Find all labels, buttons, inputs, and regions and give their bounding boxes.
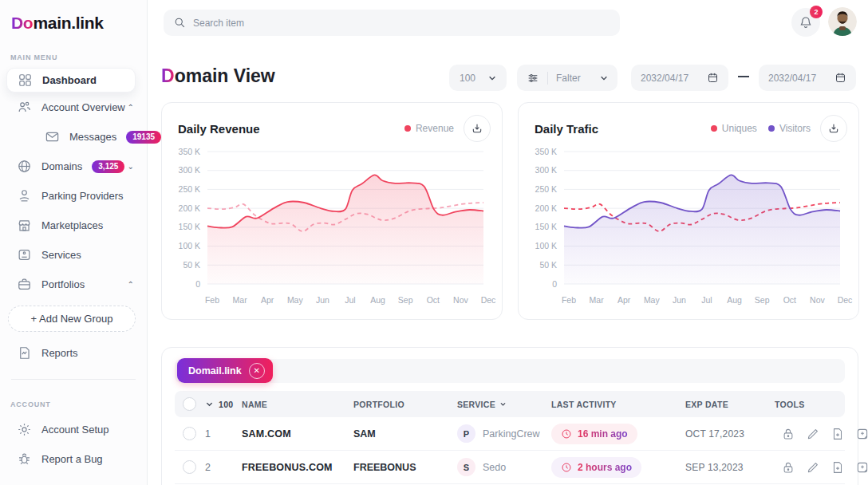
- sidebar-item-dashboard[interactable]: Dashboard: [6, 68, 136, 93]
- search-icon: [174, 17, 186, 29]
- svg-text:May: May: [287, 295, 304, 305]
- sidebar-item-label: Marketplaces: [41, 219, 103, 231]
- row-number: 2: [205, 462, 242, 473]
- sidebar-item-portfolios[interactable]: Portfolios ⌃: [0, 270, 147, 299]
- table-count-value: 100: [219, 400, 233, 409]
- download-icon: [827, 122, 840, 135]
- svg-text:May: May: [644, 295, 661, 305]
- close-icon[interactable]: ✕: [249, 363, 265, 379]
- topbar: 2: [148, 0, 868, 45]
- avatar[interactable]: [828, 7, 857, 36]
- report-icon: [17, 345, 32, 361]
- edit-tool-button[interactable]: [806, 427, 820, 441]
- svg-text:Dec: Dec: [838, 295, 853, 305]
- filter-chip-domail-link[interactable]: Domail.link ✕: [177, 358, 273, 383]
- row-checkbox[interactable]: [183, 427, 196, 440]
- legend-item-visitors: Visitors: [768, 123, 811, 134]
- filter-button[interactable]: Falter: [517, 65, 617, 91]
- clock-icon: [561, 462, 572, 473]
- svg-text:150 K: 150 K: [179, 222, 200, 231]
- filter-chips-bar: Domail.link ✕: [175, 359, 845, 383]
- download-button[interactable]: [820, 115, 847, 142]
- avatar-image: [828, 7, 857, 36]
- service-initial-badge: S: [457, 458, 475, 476]
- chevron-down-icon[interactable]: ⌄: [128, 162, 134, 171]
- add-new-group-button[interactable]: + Add New Group: [8, 306, 136, 332]
- portfolio-cell: FREEBONUS: [353, 462, 457, 473]
- export-note-tool-button[interactable]: [855, 460, 868, 475]
- column-header-name[interactable]: NAME: [242, 400, 353, 409]
- sidebar-item-label: Report a Bug: [41, 453, 103, 465]
- sidebar-item-marketplaces[interactable]: Marketplaces: [0, 211, 147, 240]
- svg-text:Apr: Apr: [261, 295, 274, 305]
- export-note-tool-button[interactable]: [855, 427, 868, 441]
- search-bar[interactable]: [164, 10, 620, 36]
- date-to-input[interactable]: 2032/04/17: [759, 65, 856, 91]
- chart-legend: Revenue: [404, 123, 454, 134]
- sidebar-item-account-setup[interactable]: Account Setup: [0, 415, 147, 444]
- svg-text:Mar: Mar: [590, 295, 605, 305]
- column-header-portfolio[interactable]: PORTFOLIO: [353, 400, 457, 409]
- lock-tool-button[interactable]: [781, 460, 795, 475]
- svg-text:Dec: Dec: [481, 295, 496, 305]
- page-size-value: 100: [460, 73, 475, 84]
- svg-text:150 K: 150 K: [535, 222, 557, 231]
- column-header-last-activity[interactable]: LAST ACTIVITY: [551, 400, 685, 409]
- domains-count-badge: 3,125: [92, 160, 124, 173]
- add-file-tool-button[interactable]: [831, 460, 845, 475]
- page-title-prefix: D: [161, 65, 175, 86]
- sidebar-item-label: Messages: [69, 131, 116, 143]
- add-file-tool-button[interactable]: [831, 427, 845, 441]
- svg-text:Sep: Sep: [398, 295, 413, 305]
- row-checkbox[interactable]: [183, 460, 196, 474]
- column-header-exp-date[interactable]: EXP DATE: [685, 400, 775, 409]
- sidebar-item-label: Reports: [41, 347, 78, 359]
- legend-dot: [711, 125, 717, 132]
- exp-date-cell: SEP 13,2023: [685, 462, 775, 473]
- note-plus-icon: [855, 427, 868, 441]
- messages-count-badge: 19135: [126, 131, 161, 144]
- table-row[interactable]: 1 SAM.COM SAM P ParkingCrew 16 min ago O…: [175, 417, 845, 451]
- date-from-value: 2032/04/17: [641, 73, 688, 84]
- date-from-input[interactable]: 2032/04/17: [631, 65, 728, 91]
- table-count-select[interactable]: 100: [205, 400, 242, 409]
- date-range-dash: [738, 76, 749, 77]
- lock-tool-button[interactable]: [781, 427, 795, 441]
- pencil-icon: [806, 460, 820, 475]
- column-header-service[interactable]: SERVICE: [457, 400, 551, 409]
- page-title: Domain View: [161, 65, 275, 87]
- domains-table-card: Domail.link ✕ 100 NAME PORTFOLIO SERVICE…: [161, 347, 858, 485]
- page-size-select[interactable]: 100: [449, 65, 507, 91]
- sidebar-item-domains[interactable]: Domains 3,125 ⌄: [0, 152, 147, 181]
- sidebar-item-services[interactable]: Services: [0, 240, 147, 270]
- sidebar-item-parking-providers[interactable]: Parking Providers: [0, 181, 147, 211]
- notifications-button[interactable]: 2: [791, 8, 820, 37]
- sidebar-item-reports[interactable]: Reports: [0, 338, 147, 368]
- sidebar-item-account-overview[interactable]: Account Overview ⌃: [0, 93, 147, 122]
- legend-label: Uniques: [722, 123, 757, 134]
- svg-text:50 K: 50 K: [539, 260, 557, 270]
- select-all-checkbox[interactable]: [183, 397, 196, 411]
- notification-count-badge: 2: [810, 6, 823, 18]
- sidebar-item-report-a-bug[interactable]: Report a Bug: [0, 444, 147, 474]
- download-icon: [471, 122, 483, 135]
- edit-tool-button[interactable]: [806, 460, 820, 475]
- sidebar-item-messages[interactable]: Messages 19135: [0, 122, 147, 152]
- table-header-row: 100 NAME PORTFOLIO SERVICE LAST ACTIVITY…: [175, 391, 845, 417]
- chevron-up-icon[interactable]: ⌃: [128, 280, 134, 289]
- chart-legend: Uniques Visitors: [711, 123, 811, 134]
- svg-text:0: 0: [552, 279, 557, 289]
- table-row[interactable]: 2 FREEBONUS.COM FREEBONUS S Sedo 2 hours…: [175, 451, 845, 484]
- activity-text: 2 hours ago: [578, 462, 632, 473]
- calendar-icon: [834, 72, 846, 84]
- svg-text:Sep: Sep: [755, 295, 770, 305]
- app-logo: Domain.link: [0, 0, 147, 33]
- svg-text:350 K: 350 K: [535, 147, 557, 156]
- logo-rest: main.link: [33, 14, 103, 32]
- chevron-up-icon[interactable]: ⌃: [128, 103, 134, 112]
- date-to-value: 2032/04/17: [768, 73, 816, 84]
- svg-text:Oct: Oct: [427, 295, 440, 305]
- search-input[interactable]: [193, 18, 576, 29]
- main-menu-section-label: MAIN MENU: [0, 33, 147, 68]
- download-button[interactable]: [464, 115, 491, 142]
